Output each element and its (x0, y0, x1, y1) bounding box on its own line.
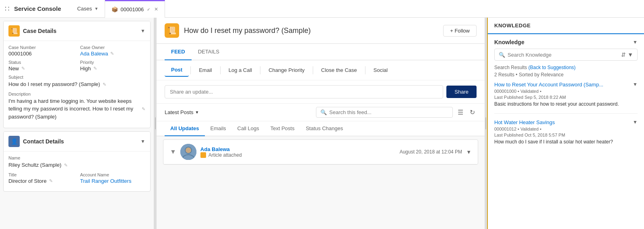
share-button[interactable]: Share (446, 86, 477, 98)
case-header: 📜 How do I reset my password? (Sample) +… (157, 18, 485, 44)
action-sep-4 (313, 66, 313, 74)
action-change-priority-button[interactable]: Change Priority (262, 64, 311, 76)
back-to-suggestions-link[interactable]: (Back to Suggestions) (528, 65, 576, 70)
post-input[interactable] (165, 85, 443, 98)
case-number-label: Case Number (8, 45, 74, 50)
action-sep-3 (260, 66, 260, 74)
main-layout: 📜 Case Details ▼ Case Number 00001006 Ca… (0, 18, 644, 229)
knowledge-item-1: How to Reset Your Account Password (Samp… (494, 82, 638, 114)
account-name-group: Account Name Trail Ranger Outfitters (80, 172, 145, 184)
knowledge-item-1-title[interactable]: How to Reset Your Account Password (Samp… (494, 82, 631, 88)
knowledge-item-2-desc: How much do I save if I install a solar … (494, 139, 638, 145)
search-results-header: Search Results (Back to Suggestions) (494, 65, 638, 70)
knowledge-item-1-published: Last Published Sep 5, 2018 8:22 AM (494, 95, 638, 100)
action-close-case-button[interactable]: Close the Case (315, 64, 363, 76)
priority-edit-icon[interactable]: ✎ (93, 66, 97, 71)
knowledge-item-1-dropdown[interactable]: ▼ (633, 82, 638, 87)
app-name: Service Console (14, 5, 61, 12)
nav-bar: ∷ Service Console Cases ▼ 📦 00001006 ✓ ✕ (0, 0, 644, 18)
contact-details-title: Contact Details (23, 138, 137, 145)
case-number-value: 00001006 (8, 51, 74, 57)
action-sep-5 (365, 66, 365, 74)
nav-tab-cases[interactable]: Cases ▼ (71, 0, 105, 18)
sub-tab-all-updates[interactable]: All Updates (165, 121, 205, 136)
case-owner-value[interactable]: Ada Balewa ✎ (80, 51, 145, 57)
latest-posts-button[interactable]: Latest Posts ▼ (165, 108, 199, 117)
tab-feed[interactable]: FEED (165, 44, 192, 60)
account-name-value[interactable]: Trail Ranger Outfitters (80, 178, 145, 184)
description-edit-icon[interactable]: ✎ (142, 106, 145, 112)
title-account-row: Title Director of Store ✎ Account Name T… (8, 172, 145, 184)
case-number-owner-row: Case Number 00001006 Case Owner Ada Bale… (8, 45, 145, 57)
case-owner-label: Case Owner (80, 45, 145, 50)
priority-group: Priority High ✎ (80, 60, 145, 72)
post-author[interactable]: Ada Balewa (200, 146, 396, 152)
case-details-dropdown[interactable]: ▼ (140, 28, 145, 34)
post-timestamp: August 20, 2018 at 12:04 PM (400, 149, 462, 155)
priority-value: High ✎ (80, 65, 145, 72)
sub-tab-text-posts[interactable]: Text Posts (265, 121, 300, 136)
post-sub: Article attached (200, 152, 396, 158)
app-grid-icon[interactable]: ∷ (3, 3, 11, 15)
sub-tab-call-logs[interactable]: Call Logs (232, 121, 265, 136)
contact-name-group: Name Riley Schultz (Sample) ✎ (8, 155, 145, 169)
contact-details-header: 👤 Contact Details ▼ (4, 132, 150, 151)
case-details-title: Case Details (23, 28, 137, 34)
feed-post-header: ▼ Ada Balewa (163, 140, 478, 164)
right-divider[interactable] (485, 18, 487, 229)
case-owner-group: Case Owner Ada Balewa ✎ (80, 45, 145, 57)
knowledge-label: Knowledge (494, 39, 524, 45)
feed-search-input[interactable] (329, 109, 448, 115)
status-label: Status (8, 60, 74, 65)
follow-button[interactable]: + Follow (443, 25, 477, 37)
sub-tab-status-changes[interactable]: Status Changes (300, 121, 349, 136)
nav-tab-case-detail[interactable]: 📦 00001006 ✓ ✕ (105, 0, 165, 18)
knowledge-search-input[interactable] (508, 52, 619, 58)
action-post-button[interactable]: Post (165, 63, 189, 77)
case-header-icon: 📜 (165, 23, 179, 38)
feed-refresh-icon[interactable]: ↻ (468, 107, 477, 118)
post-expand-icon[interactable]: ▼ (466, 149, 471, 155)
tab-bar: FEED DETAILS (157, 44, 485, 60)
subject-edit-icon[interactable]: ✎ (103, 81, 106, 88)
knowledge-search-box: 🔍 ⇵ ▼ (494, 49, 638, 61)
knowledge-search-icon: 🔍 (499, 52, 505, 58)
tab-details[interactable]: DETAILS (192, 44, 226, 60)
feed-search-box: 🔍 (316, 107, 453, 118)
results-count: 2 Results • Sorted by Relevance (494, 72, 638, 78)
case-owner-edit-icon[interactable]: ✎ (110, 51, 114, 56)
subject-group: Subject How do I reset my password? (Sam… (8, 75, 145, 88)
left-divider[interactable] (154, 18, 157, 229)
knowledge-item-2-title[interactable]: Hot Water Heater Savings (494, 119, 631, 125)
sub-tab-emails[interactable]: Emails (205, 121, 232, 136)
post-article-label: Article attached (208, 152, 242, 158)
feed-filter-icon[interactable]: ☰ (456, 107, 465, 118)
feed-post-item: ▼ Ada Balewa (163, 139, 478, 165)
knowledge-item-2-dropdown[interactable]: ▼ (633, 119, 638, 125)
knowledge-sort-icon[interactable]: ⇵ (621, 51, 626, 58)
status-value: New ✎ (8, 65, 74, 72)
action-log-call-button[interactable]: Log a Call (222, 64, 259, 76)
nav-tabs: Cases ▼ 📦 00001006 ✓ ✕ (71, 0, 165, 18)
action-email-button[interactable]: Email (192, 64, 219, 76)
contact-details-dropdown[interactable]: ▼ (140, 139, 145, 144)
status-group: Status New ✎ (8, 60, 74, 72)
contact-title-value: Director of Store ✎ (8, 178, 74, 184)
case-number-group: Case Number 00001006 (8, 45, 74, 57)
contact-title-group: Title Director of Store ✎ (8, 172, 74, 184)
contact-name-edit-icon[interactable]: ✎ (64, 162, 68, 169)
knowledge-dropdown-icon[interactable]: ▼ (627, 51, 633, 58)
case-details-card: 📜 Case Details ▼ Case Number 00001006 Ca… (3, 21, 151, 128)
knowledge-section: Knowledge ▼ 🔍 ⇵ ▼ Search Results (Back t… (488, 34, 644, 162)
knowledge-section-dropdown[interactable]: ▼ (633, 39, 638, 45)
contact-title-edit-icon[interactable]: ✎ (49, 178, 53, 184)
knowledge-item-1-header: How to Reset Your Account Password (Samp… (494, 82, 638, 88)
nav-tab-close-icon[interactable]: ✕ (154, 6, 158, 12)
status-edit-icon[interactable]: ✎ (21, 66, 25, 71)
action-social-button[interactable]: Social (367, 64, 394, 76)
feed-post-collapse-icon[interactable]: ▼ (170, 148, 176, 155)
subject-label: Subject (8, 75, 145, 80)
case-briefcase-icon: 📦 (111, 6, 118, 12)
nav-tab-case-label: 00001006 (120, 6, 144, 12)
contact-name-value: Riley Schultz (Sample) ✎ (8, 161, 145, 169)
